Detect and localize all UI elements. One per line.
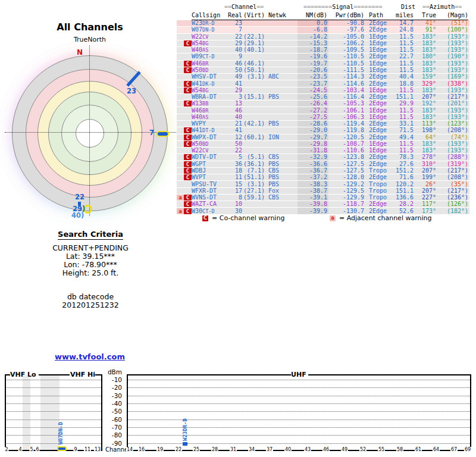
vhf-hi-label: VHF Hi — [70, 371, 95, 378]
real-channel: 15 — [229, 181, 243, 187]
azimuth-true: 183° — [415, 114, 437, 120]
noise-margin-db: -29.0 — [289, 127, 328, 133]
azimuth-true: 207° — [415, 168, 437, 174]
adjacent-channel-legend-icon: a — [330, 215, 336, 221]
callsign: WPSU-TV — [192, 181, 229, 187]
real-channel: 12 — [229, 134, 243, 140]
co-channel-warning-badge — [184, 188, 192, 194]
distance-miles: 28.2 — [390, 201, 415, 207]
adjacent-channel-warning-badge — [177, 174, 184, 180]
virtual-channel: (22.1) — [243, 34, 265, 40]
azimuth-true: 207° — [415, 188, 437, 194]
real-channel: 5 — [229, 154, 243, 160]
adjacent-channel-warning-badge — [177, 154, 184, 160]
callsign: WWPX-DT — [192, 134, 229, 140]
gridline-uhf — [128, 427, 470, 428]
channel-tick-label: 19 — [156, 447, 164, 452]
network: PBS — [265, 181, 289, 187]
path-type: 1Edge — [365, 61, 390, 67]
channel-tick-label: 55 — [378, 447, 385, 452]
power-dbm: -103.4 — [328, 87, 365, 93]
virtual-channel — [243, 201, 265, 207]
network: PBS — [265, 174, 289, 180]
azimuth-true: 329° — [415, 80, 437, 86]
real-channel: 30 — [229, 208, 243, 214]
power-dbm: -109.5 — [328, 47, 365, 53]
virtual-channel — [243, 80, 265, 86]
network: ION — [265, 134, 289, 140]
real-channel: 46 — [229, 107, 243, 113]
network — [265, 114, 289, 120]
gridline-vhf — [5, 403, 101, 404]
channel-tick-label: 11 — [84, 447, 91, 452]
radar-label-channel-7: 7 — [149, 129, 154, 137]
azimuth-true: 183° — [415, 47, 437, 53]
gridline-uhf — [128, 396, 470, 396]
criteria-mode: CURRENT+PENDING — [25, 244, 156, 252]
power-dbm: -106.3 — [328, 114, 365, 120]
distance-miles: 120.2 — [390, 181, 415, 187]
co-channel-warning-badge — [184, 121, 192, 127]
azimuth-true: 26° — [415, 181, 437, 187]
virtual-channel: (60.1) — [243, 134, 265, 140]
col-path: Path — [365, 11, 390, 20]
real-channel: 29 — [229, 87, 243, 93]
azimuth-true: 199° — [415, 174, 437, 180]
channel-tick-label: 16 — [138, 447, 145, 452]
distance-miles: 52.6 — [390, 208, 415, 214]
real-channel: 50 — [229, 67, 243, 73]
table-row: C W41DK-D 41 -23.7 -114.6 2Edge 18.8 329… — [177, 80, 469, 87]
co-channel-warning-badge: C — [184, 134, 192, 140]
channel-tick-label: 5 — [29, 447, 33, 452]
uhf-panel-left-border — [127, 374, 128, 451]
azimuth-true: 64° — [415, 134, 437, 140]
channel-tick-label: 61 — [415, 447, 422, 452]
azimuth-magnetic: (169°) — [437, 74, 469, 80]
network — [265, 47, 289, 53]
channel-tick-label: 13 — [94, 447, 101, 452]
azimuth-magnetic: (190°) — [437, 54, 469, 60]
adjacent-channel-warning-badge — [177, 20, 184, 26]
channel-tick-label: 69 — [464, 447, 471, 452]
col-pwr: Pwr(dBm) — [328, 11, 365, 20]
virtual-channel: (5.1) — [243, 154, 265, 160]
azimuth-magnetic: (217°) — [437, 188, 469, 194]
network — [265, 101, 289, 107]
real-channel: 13 — [229, 101, 243, 107]
virtual-channel: (3.1) — [243, 181, 265, 187]
co-channel-warning-badge: C — [184, 61, 192, 67]
co-channel-warning-badge — [184, 47, 192, 53]
path-type: 2Edge — [365, 161, 390, 167]
co-channel-warning-badge — [184, 54, 192, 60]
network — [265, 34, 289, 40]
path-type: 2Edge — [365, 174, 390, 180]
tvfool-link[interactable]: www.tvfool.com — [55, 352, 125, 361]
power-dbm: -123.8 — [328, 154, 365, 160]
azimuth-true: 207° — [415, 94, 437, 100]
distance-miles: 11.5 — [390, 40, 415, 46]
virtual-channel — [243, 87, 265, 93]
real-channel: 36 — [229, 161, 243, 167]
col-true: True — [415, 11, 437, 20]
adjacent-channel-warning-badge — [177, 161, 184, 167]
gridline-vhf — [5, 420, 101, 420]
real-channel: 23 — [229, 20, 243, 26]
network — [265, 148, 289, 154]
distance-miles: 11.5 — [390, 87, 415, 93]
distance-miles: 71.6 — [390, 174, 415, 180]
adjacent-channel-warning-badge — [177, 34, 184, 40]
power-dbm: -106.1 — [328, 107, 365, 113]
callsign: W41DK-D — [192, 80, 229, 86]
distance-miles: 11.5 — [390, 114, 415, 120]
adjacent-channel-warning-badge — [177, 168, 184, 174]
path-type: Tropo — [365, 195, 390, 201]
path-type: 2Edge — [365, 121, 390, 127]
network — [265, 40, 289, 46]
power-dbm: -110.5 — [328, 61, 365, 67]
path-type: 1Edge — [365, 34, 390, 40]
radar-marker-channel-7 — [156, 131, 169, 137]
azimuth-true: 173° — [415, 208, 437, 214]
co-channel-legend-icon: C — [202, 215, 208, 221]
distance-miles: 11.5 — [390, 34, 415, 40]
power-dbm: -105.3 — [328, 101, 365, 107]
